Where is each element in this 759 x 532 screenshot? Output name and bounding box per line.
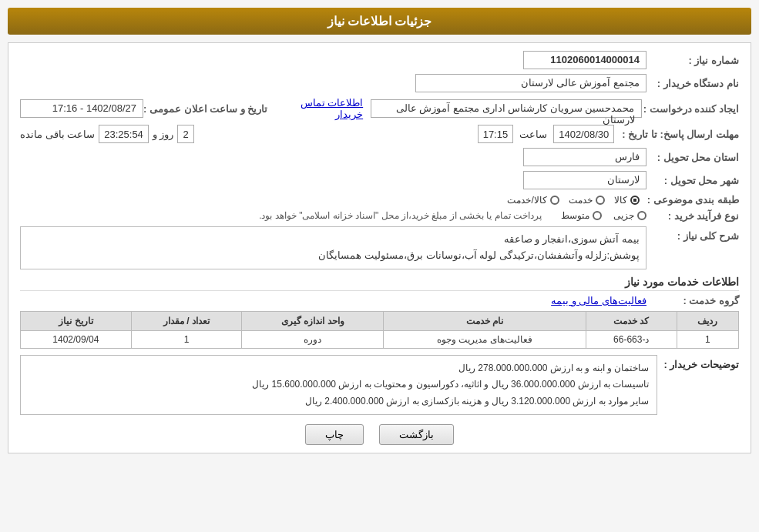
description-box: بیمه آتش سوزی،انفجار و صاعقه پوشش:زلزله …	[20, 226, 646, 269]
page-header: جزئیات اطلاعات نیاز	[8, 8, 751, 35]
purchase-option-motavasset[interactable]: متوسط	[561, 210, 602, 221]
buyer-org-label: نام دستگاه خریدار :	[646, 78, 739, 89]
buyer-notes-line1: ساختمان و ابنه و به ارزش 278.000.000.000…	[29, 360, 649, 377]
category-option-khedmat[interactable]: خدمت	[569, 195, 605, 206]
cell-qty: 1	[131, 330, 242, 348]
description-label: شرح کلی نیاز :	[646, 226, 739, 242]
purchase-option-jozi[interactable]: جزیی	[613, 210, 646, 221]
buyer-notes-line3: سایر موارد به ارزش 3.120.000.000 ریال و …	[29, 393, 649, 410]
requester-label: ایجاد کننده درخواست :	[642, 103, 740, 115]
col-header-name: نام خدمت	[384, 311, 586, 330]
category-options: کالا خدمت کالا/خدمت	[507, 195, 639, 206]
buyer-org-value: مجتمع آموزش عالی لارستان	[415, 74, 646, 92]
category-khedmat-label: خدمت	[569, 195, 593, 206]
category-label: طبقه بندی موضوعی :	[640, 194, 739, 206]
purchase-note: پرداخت تمام یا بخشی از مبلغ خرید،از محل …	[259, 210, 542, 221]
remaining-label: ساعت باقی مانده	[20, 129, 95, 140]
city-value: لارستان	[523, 171, 646, 189]
category-radio-kala[interactable]	[630, 196, 640, 205]
purchase-radio-motavasset[interactable]	[593, 211, 602, 220]
service-group-row: گروه خدمت : فعالیت‌های مالی و بیمه	[20, 295, 739, 306]
buyer-notes-row: توضیحات خریدار : ساختمان و ابنه و به ارز…	[20, 355, 739, 416]
date-value: 1402/08/27 - 17:16	[20, 99, 143, 118]
city-row: شهر محل تحویل : لارستان	[20, 171, 739, 189]
table-body: 1 د-663-66 فعالیت‌های مدیریت وجوه دوره 1…	[21, 330, 739, 348]
button-row: بازگشت چاپ	[20, 424, 739, 445]
remaining-time: 23:25:54	[99, 125, 149, 143]
deadline-date: 1402/08/30	[553, 125, 614, 143]
deadline-time-label: ساعت	[519, 129, 547, 140]
date-requester-row: ایجاد کننده درخواست : محمدحسین سرویان کا…	[20, 97, 739, 120]
col-header-unit: واحد اندازه گیری	[242, 311, 384, 330]
cell-date: 1402/09/04	[21, 330, 132, 348]
category-option-kala[interactable]: کالا	[614, 195, 640, 206]
col-header-code: کد خدمت	[586, 311, 677, 330]
deadline-row: مهلت ارسال پاسخ: تا تاریخ : 1402/08/30 س…	[20, 125, 739, 143]
main-content: شماره نیاز : 1102060014000014 نام دستگاه…	[8, 42, 751, 453]
need-number-value: 1102060014000014	[523, 51, 646, 69]
buyer-org-row: نام دستگاه خریدار : مجتمع آموزش عالی لار…	[20, 74, 739, 92]
services-section-header: اطلاعات خدمات مورد نیاز	[20, 276, 739, 291]
purchase-jozi-label: جزیی	[613, 210, 634, 221]
cell-row: 1	[677, 330, 738, 348]
category-radio-khedmat[interactable]	[596, 196, 605, 205]
page-wrapper: جزئیات اطلاعات نیاز شماره نیاز : 1102060…	[0, 0, 759, 532]
purchase-options: جزیی متوسط پرداخت تمام یا بخشی از مبلغ خ…	[20, 210, 646, 221]
col-header-date: تاریخ نیاز	[21, 311, 132, 330]
city-label: شهر محل تحویل :	[646, 175, 739, 186]
category-option-both[interactable]: کالا/خدمت	[507, 195, 559, 206]
requester-value: محمدحسین سرویان کارشناس اداری مجتمع آموز…	[371, 99, 641, 118]
table-row: 1 د-663-66 فعالیت‌های مدیریت وجوه دوره 1…	[21, 330, 739, 348]
purchase-radio-jozi[interactable]	[637, 211, 646, 220]
buyer-notes-label: توضیحات خریدار :	[657, 355, 739, 370]
category-kala-label: کالا	[614, 195, 627, 206]
page-title: جزئیات اطلاعات نیاز	[327, 15, 432, 28]
response-deadline-label: مهلت ارسال پاسخ: تا تاریخ :	[614, 129, 739, 140]
need-number-label: شماره نیاز :	[646, 55, 739, 66]
province-row: استان محل تحویل : فارس	[20, 148, 739, 166]
col-header-qty: تعداد / مقدار	[131, 311, 242, 330]
cell-name: فعالیت‌های مدیریت وجوه	[384, 330, 586, 348]
service-group-label: گروه خدمت :	[646, 295, 739, 306]
purchase-motavasset-label: متوسط	[561, 210, 589, 221]
col-header-row: ردیف	[677, 311, 738, 330]
purchase-type-label: نوع فرآیند خرید :	[646, 210, 739, 222]
cell-unit: دوره	[242, 330, 384, 348]
service-group-value[interactable]: فعالیت‌های مالی و بیمه	[551, 295, 646, 306]
purchase-type-row: نوع فرآیند خرید : جزیی متوسط پرداخت تمام…	[20, 210, 739, 222]
cell-code: د-663-66	[586, 330, 677, 348]
deadline-days: 2	[177, 125, 193, 143]
deadline-time: 17:15	[478, 125, 514, 143]
province-label: استان محل تحویل :	[646, 152, 739, 163]
buyer-notes-content: ساختمان و ابنه و به ارزش 278.000.000.000…	[20, 355, 657, 416]
description-row: شرح کلی نیاز : بیمه آتش سوزی،انفجار و صا…	[20, 226, 739, 269]
buyer-notes-line2: تاسیسات به ارزش 36.000.000.000 ریال و اث…	[29, 376, 649, 393]
services-table: ردیف کد خدمت نام خدمت واحد اندازه گیری ت…	[20, 311, 739, 349]
category-radio-both[interactable]	[550, 196, 559, 205]
table-header-row: ردیف کد خدمت نام خدمت واحد اندازه گیری ت…	[21, 311, 739, 330]
days-label: روز و	[153, 129, 174, 140]
requester-link[interactable]: اطلاعات تماس خریدار	[275, 97, 363, 120]
category-row: طبقه بندی موضوعی : کالا خدمت کالا/خدمت	[20, 194, 739, 206]
back-button[interactable]: بازگشت	[379, 424, 454, 445]
need-number-row: شماره نیاز : 1102060014000014	[20, 51, 739, 69]
description-line2: پوشش:زلزله وآتشفشان،ترکیدگی لوله آب،نوسا…	[318, 249, 640, 261]
print-button[interactable]: چاپ	[305, 424, 364, 445]
province-value: فارس	[523, 148, 646, 166]
category-both-label: کالا/خدمت	[507, 195, 546, 206]
description-line1: بیمه آتش سوزی،انفجار و صاعقه	[504, 233, 640, 245]
date-label: تاریخ و ساعت اعلان عمومی :	[143, 103, 267, 115]
